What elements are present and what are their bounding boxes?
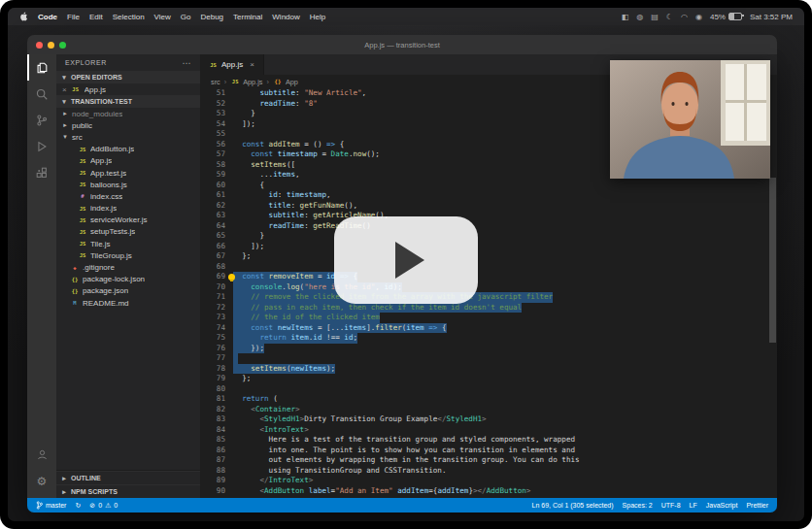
code-line[interactable]: 66 ]); xyxy=(200,242,777,252)
search-icon[interactable] xyxy=(27,81,56,107)
code-line[interactable]: 78 setItems(newItems); xyxy=(200,364,777,375)
code-line[interactable]: 85 Here is a test of the transition grou… xyxy=(200,435,777,446)
section-npm-scripts[interactable]: ▸NPM SCRIPTS xyxy=(56,484,200,498)
menu-edit[interactable]: Edit xyxy=(89,13,103,21)
tree-item-node-modules[interactable]: ▸node_modules xyxy=(56,108,200,119)
code-line[interactable]: 84 <IntroText> xyxy=(200,425,777,436)
code-line[interactable]: 74 const newItems = [...items].filter(it… xyxy=(200,323,777,334)
code-line[interactable]: 72 // pass in each item, then check if t… xyxy=(200,303,777,314)
menu-view[interactable]: View xyxy=(154,13,171,21)
code-line[interactable]: 67 }; xyxy=(200,251,777,262)
menubar-icon-2[interactable]: ◍ xyxy=(636,13,643,21)
tree-item-src[interactable]: ▾src xyxy=(56,131,200,143)
menu-file[interactable]: File xyxy=(67,13,80,21)
menu-code[interactable]: Code xyxy=(38,13,57,21)
close-icon[interactable]: × xyxy=(62,85,67,94)
accounts-icon[interactable] xyxy=(27,442,56,468)
close-tab-icon[interactable]: × xyxy=(250,60,254,69)
lightbulb-icon[interactable] xyxy=(228,274,235,281)
source-control-icon[interactable] xyxy=(27,107,56,133)
code-line[interactable]: 65 } xyxy=(200,231,777,242)
code-line[interactable]: 82 <Container> xyxy=(200,405,777,415)
section-outline[interactable]: ▸OUTLINE xyxy=(56,471,200,484)
tree-item-package-json[interactable]: {}package.json xyxy=(56,285,200,297)
encoding[interactable]: UTF-8 xyxy=(661,502,681,509)
menu-help[interactable]: Help xyxy=(310,13,325,21)
tree-item--gitignore[interactable]: ◆.gitignore xyxy=(56,261,200,273)
code-line[interactable]: 70 console.log("here is the id", id); xyxy=(200,282,777,293)
run-debug-icon[interactable] xyxy=(27,133,56,159)
tree-item-balloons-js[interactable]: JSballoons.js xyxy=(56,179,200,190)
code-line[interactable]: 89 </IntroText> xyxy=(200,476,777,486)
formatter[interactable]: Prettier xyxy=(746,502,768,509)
tab-app-js[interactable]: JS App.js × xyxy=(200,54,264,75)
breadcrumb-item-app-js[interactable]: JSApp.js xyxy=(230,78,262,86)
play-button[interactable] xyxy=(334,216,478,304)
tree-item-app-test-js[interactable]: JSApp.test.js xyxy=(56,167,200,179)
menu-clock[interactable]: Sat 3:52 PM xyxy=(750,13,793,21)
menu-window[interactable]: Window xyxy=(272,13,299,21)
tree-item-addbutton-js[interactable]: JSAddButton.js xyxy=(56,144,200,155)
code-line[interactable]: 64 readTime: getReadTime() xyxy=(200,221,777,232)
battery-indicator[interactable]: 45% xyxy=(710,13,742,21)
code-line[interactable]: 77 xyxy=(200,353,777,364)
menubar-icon-4[interactable]: ☾ xyxy=(666,13,673,21)
code-line[interactable]: 62 title: getFunName(), xyxy=(200,201,777,212)
tree-item-index-js[interactable]: JSindex.js xyxy=(56,203,200,215)
minimize-button[interactable] xyxy=(48,42,54,49)
scrollbar-thumb[interactable] xyxy=(769,178,776,343)
code-line[interactable]: 76 }); xyxy=(200,344,777,354)
sync-icon[interactable]: ↻ xyxy=(75,502,81,510)
settings-gear-icon[interactable]: ⚙ xyxy=(27,468,56,494)
video-frame[interactable]: CodeFileEditSelectionViewGoDebugTerminal… xyxy=(0,0,812,529)
tree-item-tilegroup-js[interactable]: JSTileGroup.js xyxy=(56,249,200,261)
code-line[interactable]: 75 return item.id !== id; xyxy=(200,333,777,344)
code-line[interactable]: 60 { xyxy=(200,181,777,191)
tree-item-serviceworker-js[interactable]: JSserviceWorker.js xyxy=(56,215,200,226)
tree-item-setuptests-js[interactable]: JSsetupTests.js xyxy=(56,226,200,238)
menu-debug[interactable]: Debug xyxy=(200,13,223,21)
tree-item-app-js[interactable]: JSApp.js xyxy=(56,155,200,167)
apple-menu-icon[interactable] xyxy=(19,12,28,21)
code-line[interactable]: 83 <StyledH1>Dirty Transition Group Exam… xyxy=(200,414,777,425)
menubar-icon-3[interactable]: ▤ xyxy=(651,13,659,21)
window-titlebar[interactable]: App.js — transition-test xyxy=(27,35,777,54)
code-line[interactable]: 86 into one. The point is to show how yo… xyxy=(200,446,777,456)
code-line[interactable]: 79 }; xyxy=(200,374,777,384)
tree-item-tile-js[interactable]: JSTile.js xyxy=(56,238,200,249)
problems-indicator[interactable]: ⊘ 0 ⚠ 0 xyxy=(89,502,118,510)
code-line[interactable]: 68 xyxy=(200,262,777,273)
code-line[interactable]: 63 subtitle: getArticleName(), xyxy=(200,211,777,221)
tree-item-package-lock-json[interactable]: {}package-lock.json xyxy=(56,274,200,285)
breadcrumb-item-app[interactable]: {}App xyxy=(273,78,298,86)
cursor-position[interactable]: Ln 69, Col 1 (305 selected) xyxy=(532,502,614,509)
tree-item-index-css[interactable]: #index.css xyxy=(56,190,200,202)
language-mode[interactable]: JavaScript xyxy=(706,502,738,509)
eol[interactable]: LF xyxy=(690,502,697,509)
indentation[interactable]: Spaces: 2 xyxy=(623,502,653,509)
code-line[interactable]: 87 out elements by wrapping them in the … xyxy=(200,455,777,466)
more-actions-icon[interactable]: ⋯ xyxy=(182,58,191,68)
explorer-icon[interactable] xyxy=(27,54,56,81)
menu-go[interactable]: Go xyxy=(181,13,191,21)
extensions-icon[interactable] xyxy=(27,159,56,185)
code-line[interactable]: 88 using TransitionGroup and CSSTransiti… xyxy=(200,466,777,477)
breadcrumb-item-src[interactable]: src xyxy=(211,78,220,86)
code-line[interactable]: 61 id: timestamp, xyxy=(200,190,777,201)
code-line[interactable]: 81 return ( xyxy=(200,394,777,405)
menubar-icon-1[interactable]: ◧ xyxy=(622,13,629,21)
menu-selection[interactable]: Selection xyxy=(113,13,145,21)
git-branch-indicator[interactable]: master xyxy=(36,501,66,510)
close-button[interactable] xyxy=(36,42,43,49)
code-line[interactable]: 71 // remove the clicked item from the a… xyxy=(200,292,777,303)
project-section[interactable]: ▾ TRANSITION-TEST xyxy=(56,95,200,108)
open-editor-item[interactable]: ×JSApp.js xyxy=(56,83,200,95)
code-line[interactable]: 80 xyxy=(200,384,777,395)
menu-terminal[interactable]: Terminal xyxy=(233,13,262,21)
zoom-button[interactable] xyxy=(59,42,66,49)
tree-item-public[interactable]: ▸public xyxy=(56,119,200,131)
menubar-icon-6[interactable]: ◉ xyxy=(695,13,702,21)
code-line[interactable]: 73 // the id of the clicked item xyxy=(200,313,777,323)
code-line[interactable]: 90 <AddButton label="Add an Item" addIte… xyxy=(200,486,777,497)
code-line[interactable]: 69 const removeItem = id => { xyxy=(200,272,777,282)
